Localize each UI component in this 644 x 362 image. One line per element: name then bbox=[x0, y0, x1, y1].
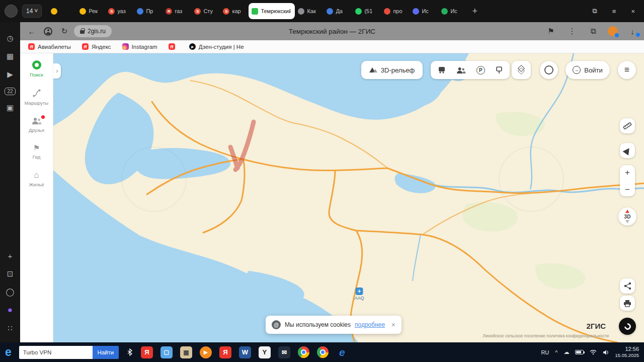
ruler-button[interactable] bbox=[620, 118, 635, 133]
sidebar-item-housing[interactable]: ⌂ Жильё bbox=[20, 171, 53, 187]
bookmark-flag-icon[interactable]: ⚑ bbox=[544, 27, 557, 36]
cookies-close-icon[interactable]: × bbox=[391, 321, 395, 329]
map-menu-button[interactable]: ≡ bbox=[618, 61, 636, 79]
browser-tab[interactable] bbox=[48, 3, 76, 19]
tab-panels-icon[interactable]: ⧉ bbox=[593, 7, 597, 15]
add-icon[interactable]: + bbox=[0, 247, 20, 265]
browser-tab[interactable]: Ис bbox=[410, 3, 438, 19]
refresh-button[interactable]: ↻ bbox=[58, 27, 71, 36]
browser-tab[interactable]: Рек bbox=[76, 3, 105, 19]
browser-tab[interactable]: Темрюкский район bbox=[249, 3, 295, 19]
back-button[interactable]: ← bbox=[25, 27, 38, 36]
media-player-icon[interactable]: ▶ bbox=[200, 346, 212, 358]
locate-button[interactable] bbox=[620, 143, 635, 158]
transport-icon[interactable] bbox=[437, 66, 446, 74]
sidebar-item-guide[interactable]: ⚑ Гид bbox=[20, 144, 53, 160]
chrome-icon-2[interactable] bbox=[317, 346, 329, 358]
screenshot-icon[interactable]: ⊡ bbox=[0, 265, 20, 283]
ie-icon[interactable]: e bbox=[336, 346, 348, 358]
assistant-button[interactable] bbox=[619, 318, 636, 335]
window-close-icon[interactable]: × bbox=[631, 8, 635, 15]
side-panels-icon[interactable]: ⧉ bbox=[587, 27, 600, 36]
sign-icon[interactable] bbox=[495, 66, 503, 74]
sidebar-item-search[interactable]: Поиск bbox=[20, 60, 53, 78]
share-button[interactable] bbox=[620, 278, 635, 294]
history-icon[interactable]: ◷ bbox=[0, 29, 20, 47]
video-icon[interactable]: ▶ bbox=[0, 65, 20, 84]
wifi-icon[interactable] bbox=[590, 349, 597, 355]
bookmark-item[interactable]: Я Авиабилеты bbox=[28, 43, 71, 50]
battery-icon[interactable] bbox=[575, 350, 584, 354]
browser-tab[interactable]: Как bbox=[295, 3, 324, 19]
collections-icon[interactable]: ▦ bbox=[0, 47, 20, 65]
partner-logo-button[interactable] bbox=[540, 61, 558, 79]
panel-expander-button[interactable]: › bbox=[53, 63, 61, 79]
chrome-icon[interactable] bbox=[298, 346, 309, 358]
edge-icon[interactable]: e bbox=[5, 346, 12, 358]
zoom-in-button[interactable]: + bbox=[625, 168, 630, 178]
calculator-icon[interactable]: ▦ bbox=[180, 346, 192, 358]
address-bar[interactable]: 2gis.ru bbox=[74, 25, 112, 37]
mail-icon[interactable]: ✉ bbox=[278, 346, 290, 358]
login-button[interactable]: → Войти bbox=[566, 61, 610, 79]
more-menu-icon[interactable]: ⋮ bbox=[566, 27, 579, 36]
sidebar-item-routes[interactable]: Маршруты bbox=[20, 89, 53, 106]
browser-tab[interactable]: про bbox=[381, 3, 410, 19]
tab-counter[interactable]: 14 ˅ bbox=[22, 5, 42, 18]
search-button[interactable]: Найти bbox=[93, 346, 119, 359]
record-icon[interactable]: ◯ bbox=[0, 283, 20, 301]
blue-app-icon[interactable]: ▢ bbox=[160, 346, 173, 358]
tab-favicon: S bbox=[108, 8, 115, 15]
tab-favicon bbox=[252, 8, 258, 15]
browser-tab[interactable]: (51 bbox=[352, 3, 381, 19]
download-icon[interactable]: ↓ bbox=[626, 27, 639, 36]
gallery-icon[interactable]: ▣ bbox=[0, 99, 20, 117]
tab-favicon bbox=[384, 8, 390, 15]
compass-3d-button[interactable]: 3D bbox=[618, 207, 636, 226]
word-icon[interactable]: W bbox=[239, 346, 251, 358]
layers-button[interactable] bbox=[512, 61, 531, 79]
bluetooth-icon[interactable] bbox=[126, 348, 133, 356]
yandex-browser-icon[interactable]: Я bbox=[219, 346, 231, 358]
friends-layer-icon[interactable] bbox=[456, 66, 466, 74]
browser-tab[interactable]: S уаз bbox=[105, 3, 134, 19]
new-tab-button[interactable]: + bbox=[472, 6, 477, 17]
browser-tab[interactable]: Да bbox=[324, 3, 352, 19]
profile-icon[interactable] bbox=[44, 27, 52, 36]
bookmark-item[interactable]: Я bbox=[169, 43, 178, 50]
print-button[interactable] bbox=[620, 296, 635, 311]
bookmark-item[interactable]: Instagram bbox=[122, 43, 157, 50]
profile-avatar[interactable] bbox=[5, 5, 18, 18]
y-app-icon[interactable]: Y bbox=[259, 346, 271, 358]
map-canvas[interactable]: ✈ AAQ › 3D-рельеф P → Войти ≡ + − 3D bbox=[53, 53, 644, 342]
zoom-out-button[interactable]: − bbox=[625, 185, 630, 195]
parking-icon[interactable]: P bbox=[476, 66, 485, 75]
strip-spacer[interactable] bbox=[0, 117, 20, 247]
browser-tab[interactable]: Ис bbox=[438, 3, 467, 19]
relief-label: 3D-рельеф bbox=[381, 66, 415, 74]
cloud-icon[interactable]: ☁ bbox=[564, 349, 569, 355]
sidebar-item-friends[interactable]: Друзья bbox=[20, 117, 53, 133]
browser-tab[interactable]: S кар bbox=[220, 3, 249, 19]
browser-tab[interactable]: S Сту bbox=[191, 3, 220, 19]
browser-tab[interactable]: R газ bbox=[163, 3, 191, 19]
tab-title: Как bbox=[307, 8, 315, 14]
account-badge-icon[interactable] bbox=[608, 26, 618, 36]
grid-icon[interactable]: ∷ bbox=[0, 319, 20, 337]
tray-chevron-icon[interactable]: ^ bbox=[555, 349, 557, 355]
browser-tab[interactable]: Пр bbox=[134, 3, 163, 19]
relief-3d-button[interactable]: 3D-рельеф bbox=[361, 61, 423, 79]
language-indicator[interactable]: RU bbox=[541, 349, 549, 355]
yandex-icon[interactable]: Я bbox=[141, 346, 153, 358]
clock[interactable]: 12:56 15.05.2025 bbox=[615, 346, 639, 359]
tab-count-badge[interactable]: 22 bbox=[0, 84, 20, 99]
cookies-details-link[interactable]: подробнее bbox=[355, 321, 385, 328]
friends-icon bbox=[32, 117, 42, 125]
volume-icon[interactable] bbox=[603, 349, 609, 355]
browser-menu-icon[interactable]: ≡ bbox=[612, 8, 616, 15]
bookmark-item[interactable]: ▶ Дзен-студия | Не bbox=[189, 43, 244, 50]
airport-marker[interactable]: ✈ AAQ bbox=[354, 287, 364, 301]
search-input[interactable]: Turbo VPN bbox=[19, 346, 93, 359]
alice-icon[interactable]: ● bbox=[0, 301, 20, 319]
bookmark-item[interactable]: Я Яндекс bbox=[82, 43, 111, 50]
